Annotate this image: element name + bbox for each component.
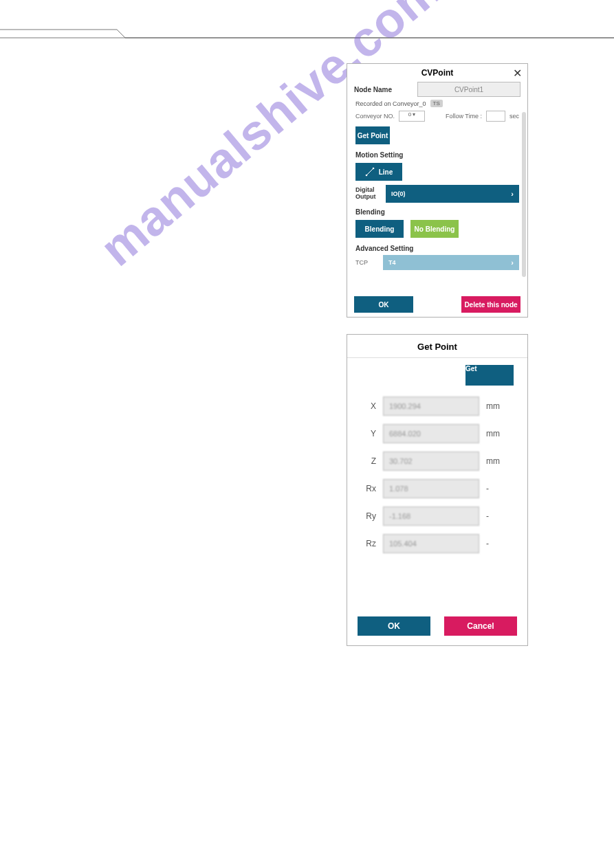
line-icon (365, 167, 375, 177)
coord-row: Xmm (347, 392, 527, 420)
get-point-title: Get Point (347, 335, 527, 358)
digital-output-bar[interactable]: IO(0) › (386, 185, 519, 203)
follow-time-input[interactable] (486, 111, 505, 122)
ok-button[interactable]: OK (354, 296, 413, 313)
coord-row: Rz- (347, 530, 527, 557)
get-button[interactable]: Get (465, 365, 514, 386)
coord-row: Ymm (347, 420, 527, 447)
node-name-label: Node Name (354, 86, 392, 93)
axis-label: Rz (362, 539, 376, 548)
no-blending-button[interactable]: No Blending (410, 220, 459, 238)
tcp-value: T4 (388, 259, 396, 266)
axis-unit: - (486, 539, 507, 548)
close-icon[interactable]: ✕ (513, 67, 522, 80)
cvpoint-title: CVPoint (347, 64, 527, 80)
blending-header: Blending (347, 204, 527, 217)
axis-unit: - (486, 511, 507, 521)
conveyor-no-label: Conveyor NO. (355, 113, 395, 120)
axis-label: X (362, 401, 376, 411)
cvpoint-panel: CVPoint ✕ Node Name Recorded on Conveyor… (347, 63, 528, 318)
chevron-right-icon: › (511, 190, 514, 198)
blending-button[interactable]: Blending (355, 220, 404, 238)
recorded-text: Recorded on Conveyor_0 (355, 100, 426, 107)
coord-row: Rx- (347, 475, 527, 502)
axis-input-rz[interactable] (383, 534, 479, 553)
conveyor-no-select[interactable]: 0 ▾ (399, 111, 425, 122)
axis-input-z[interactable] (383, 452, 479, 471)
coord-row: Zmm (347, 447, 527, 475)
axis-unit: - (486, 484, 507, 493)
motion-line-button[interactable]: Line (355, 163, 402, 181)
svg-line-2 (366, 168, 373, 175)
axis-unit: mm (486, 456, 507, 466)
tcp-label: TCP (355, 259, 376, 266)
get-point-button[interactable]: Get Point (355, 126, 390, 144)
gp-cancel-button[interactable]: Cancel (444, 616, 517, 636)
advanced-setting-header: Advanced Setting (347, 241, 527, 254)
motion-setting-header: Motion Setting (347, 147, 527, 160)
tcp-bar[interactable]: T4 › (383, 255, 519, 270)
line-label: Line (379, 168, 393, 176)
gp-ok-button[interactable]: OK (358, 616, 430, 636)
header-decoration (0, 29, 614, 38)
chevron-right-icon: › (511, 258, 514, 267)
node-name-input[interactable] (417, 82, 520, 97)
axis-input-rx[interactable] (383, 479, 479, 498)
axis-input-y[interactable] (383, 424, 479, 443)
follow-time-unit: sec (509, 113, 519, 120)
axis-unit: mm (486, 401, 507, 411)
axis-input-ry[interactable] (383, 507, 479, 526)
axis-label: Ry (362, 511, 376, 521)
scrollbar[interactable] (522, 112, 526, 277)
digital-output-value: IO(0) (391, 190, 406, 197)
axis-label: Z (362, 456, 376, 466)
axis-input-x[interactable] (383, 397, 479, 416)
digital-output-label: Digital Output (355, 187, 380, 201)
get-point-panel: Get Point Get XmmYmmZmmRx-Ry-Rz- OK Canc… (347, 334, 528, 646)
ts-badge: TS (430, 100, 443, 107)
axis-label: Rx (362, 484, 376, 493)
axis-unit: mm (486, 429, 507, 438)
axis-label: Y (362, 429, 376, 438)
coord-row: Ry- (347, 502, 527, 530)
follow-time-label: Follow Time : (446, 113, 482, 120)
delete-node-button[interactable]: Delete this node (461, 296, 520, 313)
